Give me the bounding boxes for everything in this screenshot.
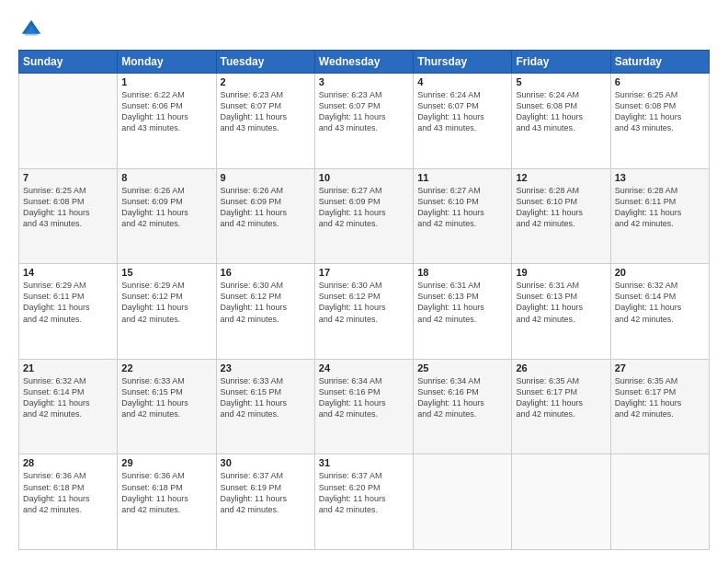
calendar-cell: 8Sunrise: 6:26 AM Sunset: 6:09 PM Daylig… [118,168,216,264]
day-number: 26 [516,362,606,373]
calendar-cell: 13Sunrise: 6:28 AM Sunset: 6:11 PM Dayli… [610,168,709,264]
day-number: 1 [121,76,211,87]
day-info: Sunrise: 6:35 AM Sunset: 6:17 PM Dayligh… [615,375,705,420]
calendar-cell: 9Sunrise: 6:26 AM Sunset: 6:09 PM Daylig… [216,168,314,264]
day-number: 27 [615,362,705,373]
day-number: 23 [221,362,311,373]
logo-icon [18,17,44,42]
day-info: Sunrise: 6:28 AM Sunset: 6:10 PM Dayligh… [516,185,606,230]
day-info: Sunrise: 6:25 AM Sunset: 6:08 PM Dayligh… [615,89,705,134]
day-info: Sunrise: 6:35 AM Sunset: 6:17 PM Dayligh… [516,375,606,420]
day-info: Sunrise: 6:27 AM Sunset: 6:09 PM Dayligh… [319,185,409,230]
weekday-header-saturday: Saturday [610,51,709,74]
calendar-cell: 31Sunrise: 6:37 AM Sunset: 6:20 PM Dayli… [314,454,413,550]
calendar-cell: 30Sunrise: 6:37 AM Sunset: 6:19 PM Dayli… [216,454,314,550]
calendar-cell [414,454,512,550]
calendar-cell: 10Sunrise: 6:27 AM Sunset: 6:09 PM Dayli… [314,168,413,264]
weekday-header-thursday: Thursday [414,51,512,74]
calendar-cell [610,454,709,550]
day-info: Sunrise: 6:31 AM Sunset: 6:13 PM Dayligh… [516,280,606,325]
calendar-table: SundayMondayTuesdayWednesdayThursdayFrid… [18,50,710,550]
calendar-cell: 12Sunrise: 6:28 AM Sunset: 6:10 PM Dayli… [512,168,610,264]
day-number: 18 [417,267,507,278]
day-number: 22 [121,362,211,373]
day-number: 12 [516,172,606,183]
day-info: Sunrise: 6:23 AM Sunset: 6:07 PM Dayligh… [319,89,409,134]
day-info: Sunrise: 6:27 AM Sunset: 6:10 PM Dayligh… [417,185,507,230]
day-number: 3 [319,76,409,87]
calendar-cell [19,74,118,169]
calendar-cell: 28Sunrise: 6:36 AM Sunset: 6:18 PM Dayli… [19,454,118,550]
calendar-cell: 1Sunrise: 6:22 AM Sunset: 6:06 PM Daylig… [118,74,216,169]
calendar-cell: 4Sunrise: 6:24 AM Sunset: 6:07 PM Daylig… [414,74,512,169]
calendar-cell: 20Sunrise: 6:32 AM Sunset: 6:14 PM Dayli… [610,264,709,360]
day-number: 14 [23,267,113,278]
header [18,17,710,42]
calendar-header: SundayMondayTuesdayWednesdayThursdayFrid… [19,51,710,74]
day-info: Sunrise: 6:29 AM Sunset: 6:12 PM Dayligh… [121,280,211,325]
calendar-cell: 29Sunrise: 6:36 AM Sunset: 6:18 PM Dayli… [118,454,216,550]
calendar-week-row: 21Sunrise: 6:32 AM Sunset: 6:14 PM Dayli… [19,359,710,454]
calendar-cell: 25Sunrise: 6:34 AM Sunset: 6:16 PM Dayli… [414,359,512,454]
day-number: 17 [319,267,409,278]
day-info: Sunrise: 6:32 AM Sunset: 6:14 PM Dayligh… [615,280,705,325]
calendar-week-row: 28Sunrise: 6:36 AM Sunset: 6:18 PM Dayli… [19,454,710,550]
day-info: Sunrise: 6:26 AM Sunset: 6:09 PM Dayligh… [221,185,311,230]
day-info: Sunrise: 6:25 AM Sunset: 6:08 PM Dayligh… [23,185,113,230]
day-number: 2 [221,76,311,87]
day-info: Sunrise: 6:24 AM Sunset: 6:07 PM Dayligh… [417,89,507,134]
day-info: Sunrise: 6:30 AM Sunset: 6:12 PM Dayligh… [221,280,311,325]
day-number: 31 [319,457,409,468]
day-number: 5 [516,76,606,87]
day-info: Sunrise: 6:37 AM Sunset: 6:19 PM Dayligh… [221,470,311,515]
day-info: Sunrise: 6:30 AM Sunset: 6:12 PM Dayligh… [319,280,409,325]
calendar-cell: 3Sunrise: 6:23 AM Sunset: 6:07 PM Daylig… [314,74,413,169]
calendar-cell: 18Sunrise: 6:31 AM Sunset: 6:13 PM Dayli… [414,264,512,360]
day-info: Sunrise: 6:29 AM Sunset: 6:11 PM Dayligh… [23,280,113,325]
weekday-header-friday: Friday [512,51,610,74]
weekday-header-monday: Monday [118,51,216,74]
day-number: 11 [417,172,507,183]
calendar-cell: 15Sunrise: 6:29 AM Sunset: 6:12 PM Dayli… [118,264,216,360]
day-number: 28 [23,457,113,468]
day-number: 20 [615,267,705,278]
day-number: 16 [221,267,311,278]
day-number: 4 [417,76,507,87]
day-info: Sunrise: 6:34 AM Sunset: 6:16 PM Dayligh… [417,375,507,420]
calendar-week-row: 1Sunrise: 6:22 AM Sunset: 6:06 PM Daylig… [19,74,710,169]
day-number: 24 [319,362,409,373]
day-number: 15 [121,267,211,278]
day-info: Sunrise: 6:36 AM Sunset: 6:18 PM Dayligh… [121,470,211,515]
day-info: Sunrise: 6:33 AM Sunset: 6:15 PM Dayligh… [221,375,311,420]
day-number: 30 [221,457,311,468]
day-info: Sunrise: 6:33 AM Sunset: 6:15 PM Dayligh… [121,375,211,420]
calendar-cell: 22Sunrise: 6:33 AM Sunset: 6:15 PM Dayli… [118,359,216,454]
day-number: 10 [319,172,409,183]
weekday-header-row: SundayMondayTuesdayWednesdayThursdayFrid… [19,51,710,74]
day-info: Sunrise: 6:26 AM Sunset: 6:09 PM Dayligh… [121,185,211,230]
calendar-cell [512,454,610,550]
day-number: 8 [121,172,211,183]
calendar-cell: 26Sunrise: 6:35 AM Sunset: 6:17 PM Dayli… [512,359,610,454]
calendar-cell: 2Sunrise: 6:23 AM Sunset: 6:07 PM Daylig… [216,74,314,169]
day-info: Sunrise: 6:24 AM Sunset: 6:08 PM Dayligh… [516,89,606,134]
calendar-cell: 19Sunrise: 6:31 AM Sunset: 6:13 PM Dayli… [512,264,610,360]
day-info: Sunrise: 6:34 AM Sunset: 6:16 PM Dayligh… [319,375,409,420]
day-number: 21 [23,362,113,373]
day-info: Sunrise: 6:37 AM Sunset: 6:20 PM Dayligh… [319,470,409,515]
calendar-body: 1Sunrise: 6:22 AM Sunset: 6:06 PM Daylig… [19,74,710,550]
page: SundayMondayTuesdayWednesdayThursdayFrid… [0,0,728,563]
day-number: 6 [615,76,705,87]
calendar-cell: 5Sunrise: 6:24 AM Sunset: 6:08 PM Daylig… [512,74,610,169]
calendar-cell: 11Sunrise: 6:27 AM Sunset: 6:10 PM Dayli… [414,168,512,264]
calendar-cell: 16Sunrise: 6:30 AM Sunset: 6:12 PM Dayli… [216,264,314,360]
day-number: 25 [417,362,507,373]
calendar-cell: 14Sunrise: 6:29 AM Sunset: 6:11 PM Dayli… [19,264,118,360]
calendar-week-row: 7Sunrise: 6:25 AM Sunset: 6:08 PM Daylig… [19,168,710,264]
day-number: 7 [23,172,113,183]
calendar-cell: 7Sunrise: 6:25 AM Sunset: 6:08 PM Daylig… [19,168,118,264]
calendar-cell: 21Sunrise: 6:32 AM Sunset: 6:14 PM Dayli… [19,359,118,454]
calendar-cell: 6Sunrise: 6:25 AM Sunset: 6:08 PM Daylig… [610,74,709,169]
day-info: Sunrise: 6:23 AM Sunset: 6:07 PM Dayligh… [221,89,311,134]
calendar-cell: 23Sunrise: 6:33 AM Sunset: 6:15 PM Dayli… [216,359,314,454]
